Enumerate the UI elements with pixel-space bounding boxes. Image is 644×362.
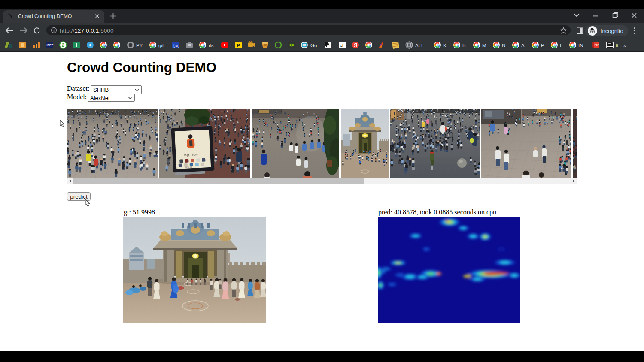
svg-text:PDF: PDF [595, 44, 600, 46]
svg-text:cl: cl [340, 43, 343, 48]
svg-text:N: N [502, 43, 505, 48]
svg-text:PY: PY [136, 43, 143, 48]
svg-text:ALL: ALL [415, 43, 424, 48]
svg-text:B: B [462, 43, 466, 48]
svg-text:P: P [237, 43, 240, 48]
svg-text:IEEE: IEEE [47, 44, 54, 47]
svg-text:K: K [443, 43, 447, 48]
svg-text:Met: Met [183, 153, 190, 157]
svg-text:[м]: [м] [173, 44, 180, 48]
svg-text:P: P [541, 43, 544, 48]
svg-text:its: its [209, 43, 214, 48]
svg-text:Go: Go [310, 43, 317, 48]
svg-text:IN: IN [578, 43, 583, 48]
svg-text:I: I [560, 43, 561, 48]
svg-text:##.#.##: ##.#.## [185, 166, 192, 169]
svg-text:nwe: nwe [192, 153, 199, 157]
svg-text:git: git [158, 43, 164, 48]
svg-text:M: M [482, 43, 486, 48]
svg-text:2: 2 [62, 43, 64, 48]
svg-text:Я: Я [354, 42, 358, 48]
svg-text:tt: tt [616, 43, 619, 48]
svg-text:»: » [623, 42, 626, 48]
svg-text:A: A [521, 43, 525, 48]
